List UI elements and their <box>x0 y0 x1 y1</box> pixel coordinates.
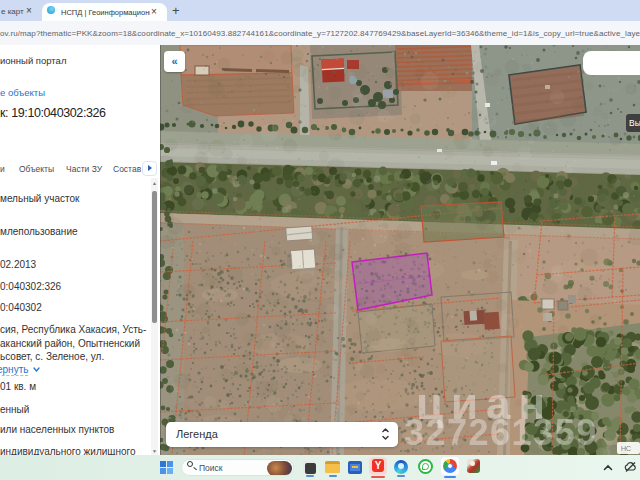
svg-text:НС: НС <box>621 445 631 452</box>
svg-text:327261359: 327261359 <box>404 412 598 453</box>
